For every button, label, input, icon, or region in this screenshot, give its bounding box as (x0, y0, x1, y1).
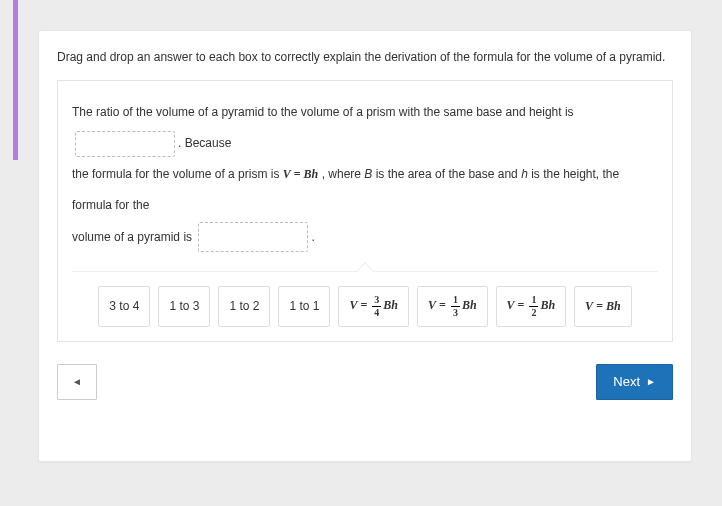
tile-3-to-4[interactable]: 3 to 4 (98, 286, 150, 327)
passage-seg-2b: , where (318, 167, 364, 181)
tile-v-1-3-bh[interactable]: V=13Bh (417, 286, 488, 327)
accent-bar (13, 0, 18, 160)
tile-v-1-2-bh[interactable]: V=12Bh (496, 286, 567, 327)
formula-1-3-bh: V=13Bh (428, 295, 477, 318)
prev-button[interactable]: ◄ (57, 364, 97, 400)
passage-seg-1a: The ratio of the volume of a pyramid to … (72, 105, 574, 119)
question-card: Drag and drop an answer to each box to c… (38, 30, 692, 462)
tile-1-to-3[interactable]: 1 to 3 (158, 286, 210, 327)
next-label: Next (613, 374, 640, 389)
fraction-3-4: 34 (372, 295, 381, 318)
question-prompt: Drag and drop an answer to each box to c… (57, 49, 673, 66)
passage-seg-2a: the formula for the volume of a prism is (72, 167, 283, 181)
tiles-tray: 3 to 4 1 to 3 1 to 2 1 to 1 V=34Bh V=13B… (72, 271, 658, 327)
formula-1-2-bh: V=12Bh (507, 295, 556, 318)
prism-formula: V=Bh (283, 167, 319, 181)
passage-seg-1b: . Because (178, 136, 231, 150)
tile-1-to-2[interactable]: 1 to 2 (218, 286, 270, 327)
tile-v-3-4-bh[interactable]: V=34Bh (338, 286, 409, 327)
chevron-left-icon: ◄ (72, 376, 82, 387)
formula-3-4-bh: V=34Bh (349, 295, 398, 318)
passage-text: The ratio of the volume of a pyramid to … (72, 97, 658, 253)
tile-1-to-1[interactable]: 1 to 1 (278, 286, 330, 327)
tile-v-bh[interactable]: V=Bh (574, 286, 632, 327)
var-h: h (521, 167, 528, 181)
drop-zone-2[interactable] (198, 222, 308, 252)
passage-seg-3b: . (311, 230, 314, 244)
next-button[interactable]: Next ► (596, 364, 673, 400)
nav-row: ◄ Next ► (57, 364, 673, 400)
passage-seg-2c: is the area of the base and (372, 167, 521, 181)
formula-bh: V=Bh (585, 299, 621, 314)
passage-seg-3a: volume of a pyramid is (72, 230, 192, 244)
drop-zone-1[interactable] (75, 131, 175, 157)
fraction-1-2: 12 (529, 295, 538, 318)
chevron-right-icon: ► (646, 376, 656, 387)
fraction-1-3: 13 (451, 295, 460, 318)
passage-box: The ratio of the volume of a pyramid to … (57, 80, 673, 342)
tiles-row: 3 to 4 1 to 3 1 to 2 1 to 1 V=34Bh V=13B… (72, 286, 658, 327)
